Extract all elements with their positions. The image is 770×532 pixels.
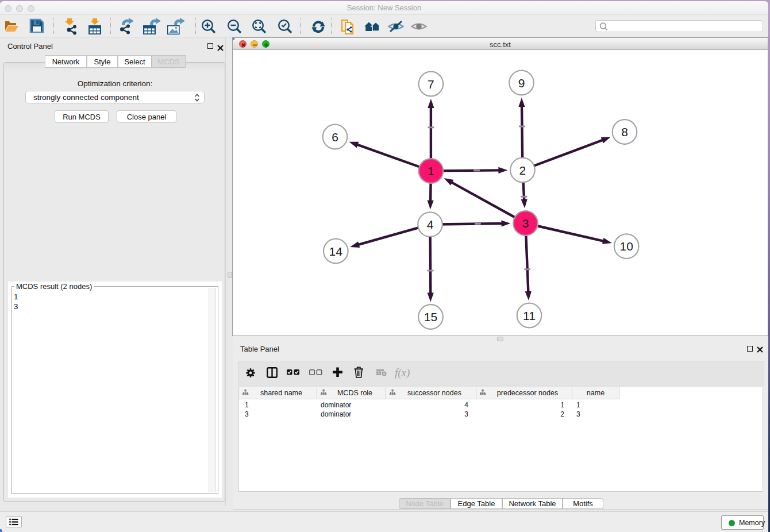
svg-text:11: 11: [523, 309, 536, 322]
svg-text:4: 4: [427, 218, 434, 231]
svg-text:10: 10: [620, 240, 633, 253]
svg-text:14: 14: [329, 245, 343, 258]
svg-text:8: 8: [621, 125, 628, 138]
svg-text:9: 9: [518, 76, 525, 90]
svg-text:2: 2: [519, 164, 526, 177]
svg-text:15: 15: [424, 310, 437, 323]
svg-text:6: 6: [332, 130, 338, 144]
svg-text:7: 7: [428, 78, 434, 91]
svg-text:3: 3: [522, 217, 529, 230]
svg-text:f(x): f(x): [395, 367, 410, 379]
svg-text:1: 1: [428, 164, 434, 178]
